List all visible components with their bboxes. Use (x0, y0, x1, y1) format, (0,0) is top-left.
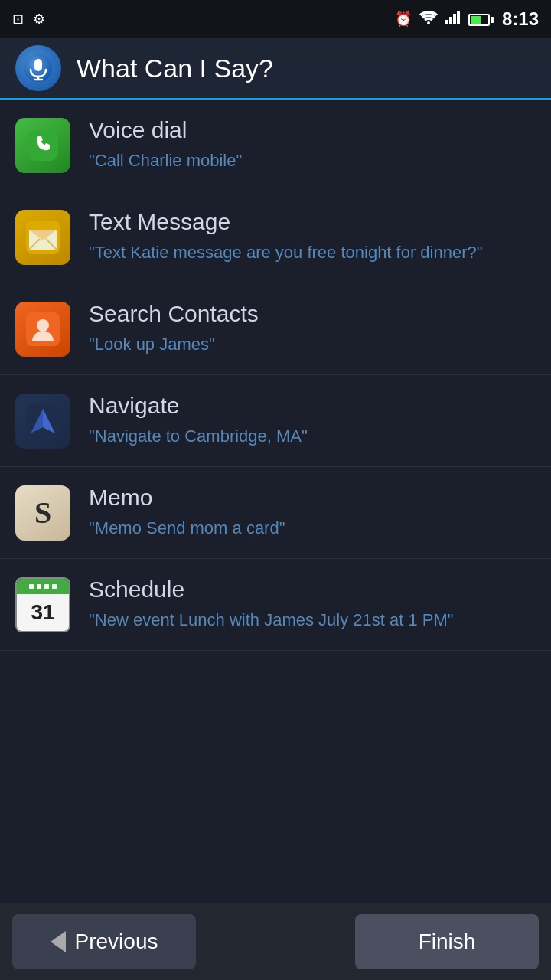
voice-dial-title: Voice dial (89, 117, 536, 143)
schedule-title: Schedule (89, 577, 536, 603)
content-area: Voice dial "Call Charlie mobile" Text Me… (0, 100, 551, 903)
search-contacts-icon (15, 302, 70, 357)
svg-rect-4 (457, 11, 460, 24)
svg-rect-6 (34, 59, 42, 71)
text-message-title: Text Message (89, 209, 536, 235)
battery-icon (468, 11, 494, 28)
memo-title: Memo (89, 485, 536, 511)
signal-icon (445, 11, 461, 28)
status-bar-right: ⏰ 8:13 (395, 8, 539, 30)
schedule-subtitle: "New event Lunch with James July 21st at… (89, 609, 536, 632)
memo-text: Memo "Memo Send mom a card" (89, 485, 536, 541)
alarm-icon: ⏰ (395, 11, 412, 28)
svg-point-0 (427, 21, 430, 24)
app-title: What Can I Say? (77, 54, 273, 83)
schedule-text: Schedule "New event Lunch with James Jul… (89, 577, 536, 632)
app-icon (15, 45, 61, 91)
svg-rect-2 (449, 17, 452, 24)
list-item[interactable]: 31 Schedule "New event Lunch with James … (0, 559, 551, 651)
schedule-icon: 31 (15, 577, 70, 632)
search-contacts-title: Search Contacts (89, 301, 536, 327)
svg-rect-1 (445, 20, 448, 24)
previous-button[interactable]: Previous (12, 914, 196, 969)
text-message-subtitle: "Text Katie message are you free tonight… (89, 241, 536, 265)
device-icon: ⊡ (12, 11, 24, 28)
navigate-icon (15, 394, 70, 449)
finish-label: Finish (419, 929, 476, 954)
finish-button[interactable]: Finish (355, 914, 539, 969)
svg-rect-3 (453, 14, 456, 24)
voice-dial-subtitle: "Call Charlie mobile" (89, 149, 536, 173)
list-item[interactable]: Text Message "Text Katie message are you… (0, 191, 551, 283)
voice-dial-icon (15, 118, 70, 173)
previous-label: Previous (75, 929, 158, 954)
search-contacts-subtitle: "Look up James" (89, 333, 536, 357)
usb-icon: ⚙ (33, 11, 45, 28)
status-bar-left: ⊡ ⚙ (12, 11, 45, 28)
navigate-text: Navigate "Navigate to Cambridge, MA" (89, 393, 536, 449)
text-message-icon (15, 210, 70, 265)
svg-point-16 (37, 319, 49, 332)
memo-icon: S (15, 485, 70, 541)
list-item[interactable]: S Memo "Memo Send mom a card" (0, 467, 551, 559)
time-display: 8:13 (502, 8, 539, 30)
list-item[interactable]: Voice dial "Call Charlie mobile" (0, 100, 551, 191)
bottom-nav: Previous Finish (0, 903, 551, 980)
app-header: What Can I Say? (0, 38, 551, 100)
list-item[interactable]: Navigate "Navigate to Cambridge, MA" (0, 375, 551, 467)
voice-dial-text: Voice dial "Call Charlie mobile" (89, 117, 536, 173)
wifi-icon (419, 11, 438, 28)
navigate-title: Navigate (89, 393, 536, 419)
status-bar: ⊡ ⚙ ⏰ (0, 0, 551, 38)
search-contacts-text: Search Contacts "Look up James" (89, 301, 536, 357)
schedule-date: 31 (31, 600, 54, 625)
navigate-subtitle: "Navigate to Cambridge, MA" (89, 425, 536, 449)
chevron-left-icon (51, 931, 66, 952)
text-message-text: Text Message "Text Katie message are you… (89, 209, 536, 265)
memo-subtitle: "Memo Send mom a card" (89, 517, 536, 541)
list-item[interactable]: Search Contacts "Look up James" (0, 283, 551, 375)
